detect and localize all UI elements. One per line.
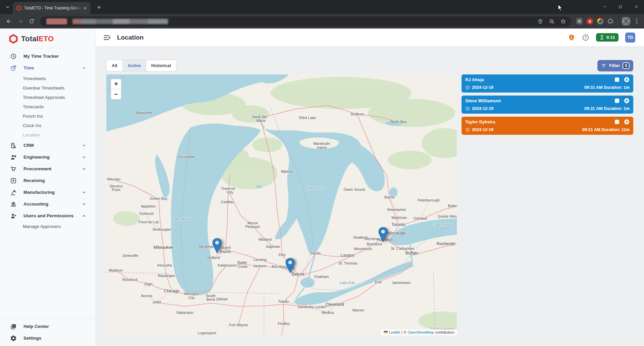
map-label: Creek: [237, 265, 247, 269]
close-window-button[interactable]: [628, 0, 644, 13]
map-marker-pin[interactable]: [378, 227, 388, 242]
tab-close-icon[interactable]: [82, 5, 88, 11]
map-label: Battle: [237, 261, 247, 265]
zoom-out-button[interactable]: −: [111, 89, 121, 99]
sidebar-item-users-and-permissions[interactable]: .f{fill:currentColor;stroke:none}Users a…: [0, 210, 95, 222]
map-label: Quinte West: [438, 214, 457, 218]
shield-alert-icon[interactable]: [568, 34, 575, 41]
reload-button[interactable]: [27, 17, 36, 26]
map-label: Findlay: [278, 322, 289, 326]
openstreetmap-link[interactable]: OpenStreetMap: [408, 330, 434, 334]
app-logo[interactable]: TotalETO: [0, 28, 95, 48]
sidebar-item-timesheet-approvals[interactable]: Timesheet Approvals: [0, 93, 95, 102]
sidebar-item-timecards[interactable]: Timecards: [0, 102, 95, 111]
sidebar-item-engineering[interactable]: .f{fill:currentColor;stroke:none}Enginee…: [0, 151, 95, 163]
sidebar-item-help-center[interactable]: .f{fill:currentColor;stroke:none}?Help C…: [0, 321, 95, 332]
sidebar-item-accounting[interactable]: .f{fill:currentColor;stroke:none}Account…: [0, 198, 95, 210]
user-avatar[interactable]: TD: [625, 33, 635, 43]
map-label: Madison: [109, 268, 123, 272]
puzzle-extensions-icon[interactable]: [607, 18, 613, 24]
map-marker-pin[interactable]: [285, 258, 295, 273]
map-label: Sault Ste.: [252, 115, 268, 119]
sidebar-item-label: My Time Tracker: [23, 54, 59, 59]
url-bar[interactable]: [40, 16, 571, 26]
browser-profile-avatar[interactable]: [622, 17, 630, 25]
browser-menu-icon[interactable]: [634, 19, 640, 24]
close-session-icon[interactable]: [624, 98, 630, 104]
session-card[interactable]: RJ Ahuja2024-12-1909:31 AM Duration: 1m: [462, 74, 633, 93]
sidebar-divider: [0, 48, 95, 48]
map-label: Buffalo: [406, 251, 419, 255]
sidebar-item-punch-ins[interactable]: Punch Ins: [0, 111, 95, 121]
location-pin-icon[interactable]: [537, 18, 543, 24]
map-label: Chicago: [164, 289, 179, 293]
session-user-name: Steve Williamson: [465, 98, 501, 103]
sidebar-item-label: Accounting: [23, 201, 48, 207]
close-session-icon[interactable]: [624, 77, 630, 82]
session-date: 2024-12-19: [472, 106, 493, 111]
forward-button[interactable]: [15, 17, 25, 26]
map-label: Toledo: [278, 299, 289, 303]
sidebar-divider: [0, 318, 95, 319]
map-label: Oshawa: [414, 216, 427, 220]
map-label: Elkhart: [216, 297, 228, 301]
sidebar-item-my-time-tracker[interactable]: .f{fill:currentColor;stroke:none}My Time…: [0, 50, 95, 62]
photos-extension-icon[interactable]: [597, 18, 603, 24]
map-label: Toronto: [391, 222, 406, 227]
sidebar-item-crm[interactable]: .f{fill:currentColor;stroke:none}CRM: [0, 139, 95, 151]
map-label: Jamestown: [392, 281, 411, 285]
map-label: Oshkosh: [139, 212, 154, 216]
chevron-down-icon: [5, 5, 10, 9]
tab-historical[interactable]: Historical: [146, 60, 176, 71]
map-marker-pin[interactable]: [212, 238, 222, 253]
sidebar-item-receiving[interactable]: .f{fill:currentColor;stroke:none}Receivi…: [0, 175, 95, 186]
browser-tab[interactable]: TotalETO - Time Tracking Geolo: [13, 2, 91, 14]
sidebar-item-clock-ins[interactable]: Clock Ins: [0, 121, 95, 130]
tab-active[interactable]: Active: [122, 60, 146, 71]
sidebar-item-time[interactable]: .f{fill:currentColor;stroke:none}Time: [0, 62, 95, 74]
sidebar-item-manage-approvers[interactable]: Manage Approvers: [0, 222, 95, 231]
filter-button[interactable]: Filter 0: [597, 60, 633, 71]
brand-name: TotalETO: [21, 35, 54, 43]
map-label: Sandusky: [298, 305, 314, 309]
maximize-button[interactable]: [612, 0, 628, 13]
svg-text:?: ?: [13, 324, 15, 328]
map-canvas[interactable]: MarquetteSault Ste.MarieElliot LakeSudbu…: [106, 74, 457, 335]
zoom-page-icon[interactable]: [549, 18, 555, 24]
bookmark-star-icon[interactable]: [560, 18, 566, 24]
session-card-list: RJ Ahuja2024-12-1909:31 AM Duration: 1mS…: [462, 74, 633, 335]
leaflet-link[interactable]: Leaflet: [389, 330, 400, 334]
tab-all[interactable]: All: [106, 60, 123, 71]
sidebar-item-location[interactable]: Location: [0, 130, 95, 139]
map-label: Fond du Lac: [139, 220, 159, 224]
favicon-totaleto: [16, 5, 21, 11]
stop-session-icon[interactable]: [615, 120, 619, 124]
timer-badge[interactable]: 0:11: [596, 33, 619, 42]
new-tab-button[interactable]: +: [95, 4, 103, 11]
collapse-sidebar-icon[interactable]: [103, 34, 111, 42]
sidebar-item-manufacturing[interactable]: .f{fill:currentColor;stroke:none}Manufac…: [0, 186, 95, 198]
close-session-icon[interactable]: [624, 119, 630, 125]
session-card[interactable]: Taylor Dykstra2024-12-1909:21 AM Duratio…: [462, 117, 633, 135]
adblock-hand-icon[interactable]: [587, 18, 593, 24]
stop-session-icon[interactable]: [615, 99, 619, 103]
extension-icon[interactable]: [576, 18, 583, 24]
sidebar-item-label: Timecards: [23, 104, 44, 109]
back-button[interactable]: [4, 17, 13, 26]
map-label: Medina: [322, 310, 334, 314]
help-icon[interactable]: ?: [582, 34, 589, 41]
stop-session-icon[interactable]: [615, 77, 619, 82]
sidebar-item-procurement[interactable]: .f{fill:currentColor;stroke:none}Procure…: [0, 163, 95, 175]
sidebar-item-timesheets[interactable]: Timesheets: [0, 74, 95, 83]
map-label: Woodstock: [354, 247, 372, 251]
map-label: Peterborough: [418, 198, 440, 202]
toolbar-separator: [618, 18, 618, 24]
map-label: Marie: [256, 119, 266, 123]
sidebar-item-settings[interactable]: .f{fill:currentColor;stroke:none}Setting…: [0, 332, 95, 344]
sidebar-item-label: Settings: [23, 336, 41, 341]
session-card[interactable]: Steve Williamson2024-12-1909:31 AM Durat…: [462, 96, 633, 114]
minimize-button[interactable]: [597, 0, 612, 13]
sidebar-item-overdue-timesheets[interactable]: Overdue Timesheets: [0, 83, 95, 93]
tab-search-button[interactable]: [3, 2, 13, 12]
zoom-in-button[interactable]: +: [111, 79, 121, 89]
